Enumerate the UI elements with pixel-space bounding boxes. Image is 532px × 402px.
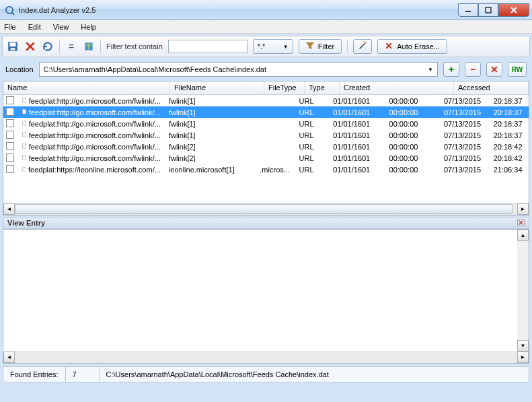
row-accessed-date: 07/13/2015 (440, 97, 490, 105)
refresh-icon[interactable] (42, 40, 54, 53)
scroll-track[interactable] (15, 351, 517, 363)
delete-icon[interactable] (24, 40, 36, 53)
file-icon (22, 142, 26, 152)
menu-edit[interactable]: Edit (28, 23, 41, 31)
scroll-left-icon[interactable]: ◄ (3, 351, 15, 363)
row-type: URL (295, 131, 330, 139)
row-type: URL (295, 143, 330, 151)
v-scrollbar[interactable]: ▲ ▼ (517, 230, 529, 351)
row-created-date: 01/01/1601 (329, 166, 385, 174)
row-created-date: 01/01/1601 (329, 131, 385, 139)
row-accessed-date: 07/13/2015 (440, 108, 490, 116)
table-row[interactable]: feedplat:https://ieonline.microsoft.com/… (3, 164, 529, 175)
row-created-date: 01/01/1601 (329, 154, 385, 162)
scroll-track[interactable] (15, 203, 517, 215)
row-type: URL (295, 166, 330, 174)
svg-rect-7 (10, 42, 16, 46)
row-type: URL (295, 154, 330, 162)
row-type: URL (295, 108, 330, 116)
row-name: feedplat:http://go.microsoft.com/fwlink/… (29, 131, 161, 139)
row-accessed-time: 20:18:37 (490, 108, 529, 116)
row-created-time: 00:00:00 (385, 154, 440, 162)
file-icon (22, 96, 26, 106)
scroll-up-icon[interactable]: ▲ (517, 230, 529, 241)
delete-location-button[interactable] (486, 62, 502, 77)
scroll-right-icon[interactable]: ► (517, 351, 529, 363)
row-created-date: 01/01/1601 (329, 108, 385, 116)
equals-icon[interactable]: = (65, 40, 77, 53)
save-icon[interactable] (7, 40, 19, 53)
ve-h-scrollbar[interactable]: ◄ ► (3, 351, 529, 363)
table-row[interactable]: feedplat:http://go.microsoft.com/fwlink/… (3, 129, 529, 141)
close-pane-icon[interactable] (517, 219, 525, 228)
rw-button[interactable]: RW (508, 62, 527, 77)
filter-input[interactable] (168, 40, 248, 53)
row-created-time: 00:00:00 (385, 166, 440, 174)
col-type[interactable]: Type (305, 81, 340, 94)
scroll-thumb[interactable] (15, 204, 512, 214)
maximize-button[interactable] (478, 3, 498, 17)
row-checkbox[interactable] (3, 142, 18, 152)
row-filename: fwlink[1] (165, 108, 256, 116)
location-dropdown[interactable]: C:\Users\amarnath\AppData\Local\Microsof… (39, 62, 438, 77)
row-filetype: .micros... (256, 166, 295, 174)
col-created[interactable]: Created (340, 81, 454, 94)
table-row[interactable]: feedplat:http://go.microsoft.com/fwlink/… (3, 95, 529, 106)
row-checkbox[interactable] (3, 108, 18, 117)
row-name: feedplat:http://go.microsoft.com/fwlink/… (29, 120, 161, 128)
row-checkbox[interactable] (3, 165, 18, 174)
table-row[interactable]: feedplat:http://go.microsoft.com/fwlink/… (3, 152, 529, 164)
scroll-down-icon[interactable]: ▼ (517, 340, 529, 351)
table-row[interactable]: feedplat:http://go.microsoft.com/fwlink/… (3, 141, 529, 152)
row-checkbox[interactable] (3, 119, 18, 129)
wand-icon (358, 41, 367, 52)
row-name: feedplat:http://go.microsoft.com/fwlink/… (29, 143, 161, 151)
file-icon (22, 131, 26, 140)
col-name[interactable]: Name (3, 81, 170, 94)
row-checkbox[interactable] (3, 131, 18, 140)
chevron-down-icon: ▼ (428, 67, 433, 73)
table-row[interactable]: feedplat:http://go.microsoft.com/fwlink/… (3, 118, 529, 129)
row-type: URL (295, 120, 330, 128)
file-icon (22, 119, 26, 129)
auto-erase-button[interactable]: Auto Erase... (377, 39, 447, 54)
table-row[interactable]: feedplat:http://go.microsoft.com/fwlink/… (3, 106, 529, 118)
view-entry-body: ▲ ▼ ◄ ► (3, 229, 529, 364)
menu-file[interactable]: File (4, 23, 16, 31)
entries-table: Name FileName FileType Type Created Acce… (3, 81, 529, 215)
location-label: Location (5, 65, 34, 73)
row-created-date: 01/01/1601 (329, 120, 385, 128)
col-filename[interactable]: FileName (170, 81, 264, 94)
row-name: feedplat:http://go.microsoft.com/fwlink/… (29, 154, 161, 162)
wand-button[interactable] (353, 39, 372, 54)
add-location-button[interactable]: + (443, 62, 459, 77)
menu-help[interactable]: Help (81, 23, 96, 31)
col-filetype[interactable]: FileType (264, 81, 305, 94)
wildcard-value: *.* (258, 42, 266, 51)
row-checkbox[interactable] (3, 96, 18, 106)
close-button[interactable] (498, 3, 529, 17)
location-bar: Location C:\Users\amarnath\AppData\Local… (0, 59, 532, 79)
separator (100, 40, 101, 53)
remove-location-button[interactable]: − (465, 62, 481, 77)
file-icon (22, 154, 26, 163)
svg-line-1 (12, 13, 14, 15)
minimize-button[interactable] (458, 3, 478, 17)
row-filename: fwlink[2] (165, 154, 256, 162)
filter-button[interactable]: Filter (299, 39, 342, 54)
row-accessed-time: 20:18:42 (490, 143, 529, 151)
row-created-time: 00:00:00 (385, 108, 440, 116)
h-scrollbar[interactable]: ◄ ► (3, 203, 529, 215)
scroll-left-icon[interactable]: ◄ (3, 203, 15, 215)
col-accessed[interactable]: Accessed (454, 81, 529, 94)
row-filename: fwlink[1] (165, 120, 256, 128)
row-checkbox[interactable] (3, 154, 18, 163)
row-accessed-date: 07/13/2015 (440, 120, 490, 128)
menu-view[interactable]: View (53, 23, 69, 31)
svg-rect-3 (486, 7, 491, 13)
wildcard-dropdown[interactable]: *.* ▼ (253, 39, 293, 54)
export-icon[interactable] (83, 40, 95, 53)
app-icon (4, 5, 15, 15)
scroll-right-icon[interactable]: ► (517, 203, 529, 215)
svg-point-13 (365, 42, 367, 44)
